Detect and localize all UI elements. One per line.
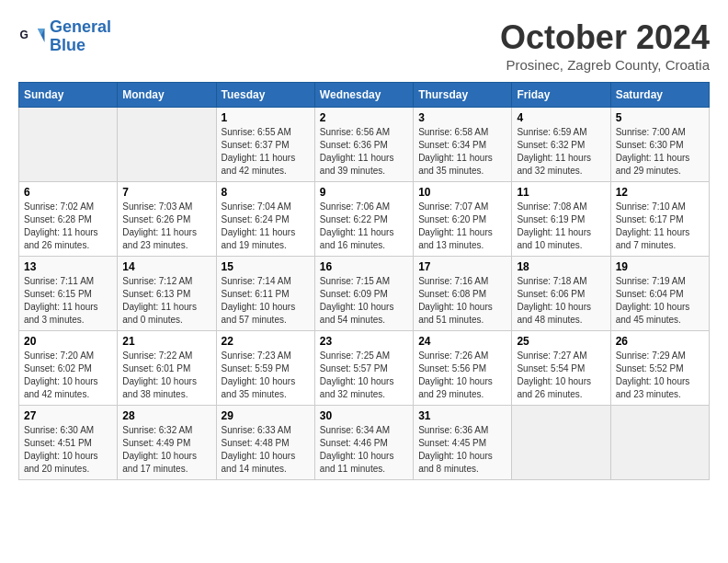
day-number: 22: [222, 335, 310, 348]
calendar-cell: 23Sunrise: 7:25 AMSunset: 5:57 PMDayligh…: [314, 331, 413, 406]
day-number: 26: [616, 335, 704, 348]
day-number: 31: [418, 409, 506, 422]
day-info: Sunrise: 7:19 AMSunset: 6:04 PMDaylight:…: [616, 275, 704, 327]
calendar-cell: [118, 108, 216, 182]
weekday-header: Friday: [512, 83, 610, 108]
logo-line1: General: [50, 17, 111, 36]
calendar-cell: 26Sunrise: 7:29 AMSunset: 5:52 PMDayligh…: [610, 331, 709, 406]
day-number: 9: [320, 186, 408, 199]
day-info: Sunrise: 6:55 AMSunset: 6:37 PMDaylight:…: [222, 126, 310, 178]
calendar-cell: 24Sunrise: 7:26 AMSunset: 5:56 PMDayligh…: [414, 331, 512, 406]
weekday-header: Wednesday: [314, 83, 413, 108]
calendar-cell: 14Sunrise: 7:12 AMSunset: 6:13 PMDayligh…: [118, 257, 216, 331]
day-info: Sunrise: 7:04 AMSunset: 6:24 PMDaylight:…: [222, 201, 310, 252]
day-info: Sunrise: 7:03 AMSunset: 6:26 PMDaylight:…: [122, 201, 210, 252]
calendar-cell: 29Sunrise: 6:33 AMSunset: 4:48 PMDayligh…: [216, 406, 314, 480]
calendar-cell: 4Sunrise: 6:59 AMSunset: 6:32 PMDaylight…: [512, 108, 610, 182]
calendar-cell: 11Sunrise: 7:08 AMSunset: 6:19 PMDayligh…: [512, 182, 610, 257]
day-number: 13: [24, 260, 112, 273]
calendar-cell: 25Sunrise: 7:27 AMSunset: 5:54 PMDayligh…: [512, 331, 610, 406]
weekday-header: Tuesday: [216, 83, 314, 108]
month-title: October 2024: [500, 18, 710, 57]
calendar-cell: [19, 108, 118, 182]
weekday-header-row: SundayMondayTuesdayWednesdayThursdayFrid…: [19, 83, 710, 108]
day-info: Sunrise: 6:58 AMSunset: 6:34 PMDaylight:…: [418, 126, 506, 178]
day-number: 24: [418, 335, 506, 348]
calendar-cell: 3Sunrise: 6:58 AMSunset: 6:34 PMDaylight…: [414, 108, 512, 182]
day-number: 17: [418, 260, 506, 273]
calendar-cell: 9Sunrise: 7:06 AMSunset: 6:22 PMDaylight…: [314, 182, 413, 257]
day-number: 28: [122, 409, 210, 422]
day-info: Sunrise: 6:33 AMSunset: 4:48 PMDaylight:…: [222, 424, 310, 476]
calendar-cell: 17Sunrise: 7:16 AMSunset: 6:08 PMDayligh…: [414, 257, 512, 331]
calendar-cell: 30Sunrise: 6:34 AMSunset: 4:46 PMDayligh…: [314, 406, 413, 480]
calendar-cell: 10Sunrise: 7:07 AMSunset: 6:20 PMDayligh…: [414, 182, 512, 257]
calendar-cell: 31Sunrise: 6:36 AMSunset: 4:45 PMDayligh…: [414, 406, 512, 480]
calendar-cell: 20Sunrise: 7:20 AMSunset: 6:02 PMDayligh…: [19, 331, 118, 406]
calendar-cell: 18Sunrise: 7:18 AMSunset: 6:06 PMDayligh…: [512, 257, 610, 331]
day-number: 29: [222, 409, 310, 422]
calendar-cell: 5Sunrise: 7:00 AMSunset: 6:30 PMDaylight…: [610, 108, 709, 182]
weekday-header: Sunday: [19, 83, 118, 108]
calendar-cell: 2Sunrise: 6:56 AMSunset: 6:36 PMDaylight…: [314, 108, 413, 182]
day-info: Sunrise: 7:10 AMSunset: 6:17 PMDaylight:…: [616, 201, 704, 252]
calendar-cell: 21Sunrise: 7:22 AMSunset: 6:01 PMDayligh…: [118, 331, 216, 406]
day-info: Sunrise: 7:12 AMSunset: 6:13 PMDaylight:…: [122, 275, 210, 327]
day-number: 7: [122, 186, 210, 199]
day-number: 1: [222, 111, 310, 124]
weekday-header: Thursday: [414, 83, 512, 108]
calendar-table: SundayMondayTuesdayWednesdayThursdayFrid…: [18, 82, 710, 480]
day-info: Sunrise: 7:06 AMSunset: 6:22 PMDaylight:…: [320, 201, 408, 252]
day-number: 14: [122, 260, 210, 273]
day-number: 30: [320, 409, 408, 422]
calendar-cell: 27Sunrise: 6:30 AMSunset: 4:51 PMDayligh…: [19, 406, 118, 480]
day-info: Sunrise: 6:32 AMSunset: 4:49 PMDaylight:…: [122, 424, 210, 476]
day-info: Sunrise: 6:59 AMSunset: 6:32 PMDaylight:…: [517, 126, 605, 178]
day-number: 6: [24, 186, 112, 199]
day-info: Sunrise: 7:11 AMSunset: 6:15 PMDaylight:…: [24, 275, 112, 327]
calendar-week-row: 27Sunrise: 6:30 AMSunset: 4:51 PMDayligh…: [19, 406, 710, 480]
day-info: Sunrise: 7:14 AMSunset: 6:11 PMDaylight:…: [222, 275, 310, 327]
calendar-cell: 8Sunrise: 7:04 AMSunset: 6:24 PMDaylight…: [216, 182, 314, 257]
day-info: Sunrise: 6:34 AMSunset: 4:46 PMDaylight:…: [320, 424, 408, 476]
day-info: Sunrise: 7:25 AMSunset: 5:57 PMDaylight:…: [320, 350, 408, 401]
day-number: 18: [517, 260, 605, 273]
calendar-cell: 19Sunrise: 7:19 AMSunset: 6:04 PMDayligh…: [610, 257, 709, 331]
day-number: 23: [320, 335, 408, 348]
day-info: Sunrise: 7:18 AMSunset: 6:06 PMDaylight:…: [517, 275, 605, 327]
calendar-week-row: 1Sunrise: 6:55 AMSunset: 6:37 PMDaylight…: [19, 108, 710, 182]
calendar-cell: 6Sunrise: 7:02 AMSunset: 6:28 PMDaylight…: [19, 182, 118, 257]
logo: G General Blue: [18, 18, 111, 55]
svg-text:G: G: [20, 28, 28, 40]
day-info: Sunrise: 7:16 AMSunset: 6:08 PMDaylight:…: [418, 275, 506, 327]
calendar-cell: [512, 406, 610, 480]
calendar-cell: 12Sunrise: 7:10 AMSunset: 6:17 PMDayligh…: [610, 182, 709, 257]
title-block: October 2024 Prosinec, Zagreb County, Cr…: [500, 18, 710, 73]
day-info: Sunrise: 7:15 AMSunset: 6:09 PMDaylight:…: [320, 275, 408, 327]
logo-icon: G: [18, 23, 46, 51]
day-number: 3: [418, 111, 506, 124]
day-info: Sunrise: 6:36 AMSunset: 4:45 PMDaylight:…: [418, 424, 506, 476]
day-number: 11: [517, 186, 605, 199]
day-info: Sunrise: 7:08 AMSunset: 6:19 PMDaylight:…: [517, 201, 605, 252]
day-info: Sunrise: 7:20 AMSunset: 6:02 PMDaylight:…: [24, 350, 112, 401]
logo-line2: Blue: [50, 36, 85, 54]
day-info: Sunrise: 7:23 AMSunset: 5:59 PMDaylight:…: [222, 350, 310, 401]
day-number: 2: [320, 111, 408, 124]
calendar-cell: 22Sunrise: 7:23 AMSunset: 5:59 PMDayligh…: [216, 331, 314, 406]
calendar-cell: 1Sunrise: 6:55 AMSunset: 6:37 PMDaylight…: [216, 108, 314, 182]
day-info: Sunrise: 7:22 AMSunset: 6:01 PMDaylight:…: [122, 350, 210, 401]
page-header: G General Blue October 2024 Prosinec, Za…: [18, 18, 710, 73]
day-info: Sunrise: 6:56 AMSunset: 6:36 PMDaylight:…: [320, 126, 408, 178]
day-info: Sunrise: 7:02 AMSunset: 6:28 PMDaylight:…: [24, 201, 112, 252]
day-number: 12: [616, 186, 704, 199]
calendar-cell: 13Sunrise: 7:11 AMSunset: 6:15 PMDayligh…: [19, 257, 118, 331]
calendar-cell: 7Sunrise: 7:03 AMSunset: 6:26 PMDaylight…: [118, 182, 216, 257]
day-number: 10: [418, 186, 506, 199]
day-number: 21: [122, 335, 210, 348]
day-info: Sunrise: 7:27 AMSunset: 5:54 PMDaylight:…: [517, 350, 605, 401]
day-info: Sunrise: 7:07 AMSunset: 6:20 PMDaylight:…: [418, 201, 506, 252]
weekday-header: Saturday: [610, 83, 709, 108]
day-number: 20: [24, 335, 112, 348]
day-number: 27: [24, 409, 112, 422]
